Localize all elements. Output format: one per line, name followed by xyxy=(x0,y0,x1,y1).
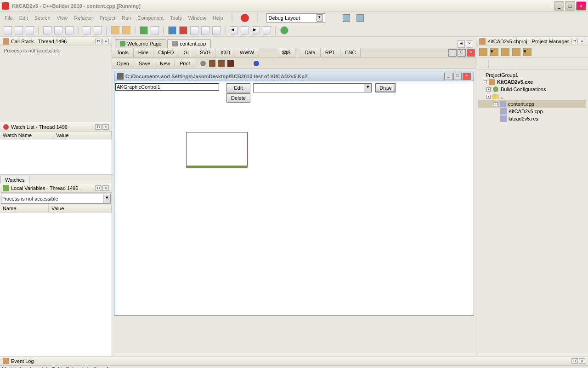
tt-tools[interactable]: Tools xyxy=(112,48,134,58)
run-button[interactable] xyxy=(140,26,148,34)
fb-print[interactable]: Print xyxy=(175,59,195,68)
box-icon[interactable] xyxy=(218,60,225,67)
menu-tools[interactable]: Tools xyxy=(170,15,182,21)
edit-button[interactable]: Edit xyxy=(226,83,250,92)
gear-icon[interactable] xyxy=(200,60,206,67)
tree-item[interactable]: KitCAD2v5.cpp xyxy=(478,108,586,115)
tt-gl[interactable]: GL xyxy=(179,48,196,58)
draw-button[interactable]: Draw xyxy=(375,83,396,92)
tree-item[interactable]: + .. xyxy=(478,93,586,100)
fb-save[interactable]: Save xyxy=(134,59,155,68)
layout-combo[interactable]: Debug Layout ▾ xyxy=(266,13,325,23)
object-input[interactable] xyxy=(115,83,219,91)
pin-button[interactable]: ⊓ xyxy=(95,124,102,130)
tab-welcome[interactable]: Welcome Page xyxy=(115,39,166,48)
expand-icon[interactable]: + xyxy=(486,95,491,99)
tt-hide[interactable]: Hide xyxy=(134,48,154,58)
tb-btn[interactable] xyxy=(241,26,249,34)
child-max-button[interactable]: □ xyxy=(453,73,462,80)
col-name[interactable]: Name xyxy=(0,205,49,212)
save-button[interactable] xyxy=(26,26,34,34)
tt-data[interactable]: Data xyxy=(300,48,320,58)
tt-cliped[interactable]: ClipED xyxy=(153,48,179,58)
stop-icon[interactable] xyxy=(241,14,249,22)
menu-edit[interactable]: Edit xyxy=(19,15,28,21)
fb-open[interactable]: Open xyxy=(112,59,134,68)
tb-btn[interactable] xyxy=(83,26,91,34)
tree-item[interactable]: kitcad2v5.res xyxy=(478,115,586,122)
eventlog-body[interactable]: Module Load: snxhdr.dll. No Debug Info. … xyxy=(0,366,588,368)
stop-button[interactable] xyxy=(179,26,187,34)
tt-cnc[interactable]: CNC xyxy=(340,48,361,58)
maximize-button[interactable]: □ xyxy=(565,1,575,11)
pin-button[interactable]: ⊓ xyxy=(571,358,578,364)
tb-btn[interactable]: ▾ xyxy=(490,48,498,56)
child-close-button[interactable]: × xyxy=(463,73,471,80)
close-panel-button[interactable]: × xyxy=(102,39,109,44)
draw-combo[interactable]: ▾ xyxy=(253,83,372,92)
tab-close-button[interactable]: × xyxy=(466,40,473,48)
folder-button[interactable] xyxy=(111,26,119,34)
fb-new[interactable]: New xyxy=(155,59,175,68)
menu-file[interactable]: File xyxy=(5,15,13,21)
expand-icon[interactable]: + xyxy=(494,102,498,106)
open-button[interactable] xyxy=(15,26,23,34)
graphic-rect[interactable] xyxy=(186,132,248,166)
menu-view[interactable]: View xyxy=(57,15,68,21)
tb-btn[interactable] xyxy=(512,48,520,56)
chevron-down-icon[interactable]: ▾ xyxy=(317,14,323,22)
close-panel-button[interactable]: × xyxy=(579,358,585,364)
child-min-button[interactable]: _ xyxy=(444,73,452,80)
tb-btn[interactable] xyxy=(190,26,198,34)
menu-window[interactable]: Window xyxy=(188,15,206,21)
tree-item[interactable]: + Build Configurations xyxy=(478,86,586,93)
close-button[interactable]: × xyxy=(576,1,586,11)
inner-max-button[interactable]: □ xyxy=(458,49,466,57)
toolbar-icon[interactable] xyxy=(343,14,350,22)
tb-btn[interactable] xyxy=(43,26,51,34)
tb-btn[interactable] xyxy=(501,48,509,56)
tb-btn[interactable]: ▾ xyxy=(523,48,531,56)
new-button[interactable] xyxy=(4,26,12,34)
pin-button[interactable]: ⊓ xyxy=(95,39,102,44)
inner-close-button[interactable]: × xyxy=(467,49,475,57)
back-button[interactable]: ◄ xyxy=(230,26,238,34)
tab-content-cpp[interactable]: content.cpp xyxy=(167,39,211,48)
tt-rpt[interactable]: RPT xyxy=(321,48,340,58)
help-button[interactable] xyxy=(280,26,288,34)
forward-button[interactable]: ► xyxy=(252,26,260,34)
tb-btn[interactable] xyxy=(54,26,62,34)
close-panel-button[interactable]: × xyxy=(102,185,109,191)
expand-icon[interactable]: + xyxy=(486,87,491,92)
collapse-icon[interactable]: - xyxy=(483,80,487,84)
tb-btn[interactable] xyxy=(65,26,74,34)
tree-root[interactable]: ProjectGroup1 xyxy=(478,72,586,78)
tree-item[interactable]: + content.cpp xyxy=(478,100,586,108)
minimize-button[interactable]: _ xyxy=(554,1,564,11)
help-icon[interactable] xyxy=(253,60,260,67)
pause-button[interactable] xyxy=(168,26,176,34)
menu-component[interactable]: Component xyxy=(137,15,164,21)
menu-help[interactable]: Help xyxy=(213,15,223,21)
tt-money[interactable]: $$$ xyxy=(277,48,295,58)
chevron-down-icon[interactable]: ▾ xyxy=(364,84,371,92)
tb-btn[interactable] xyxy=(479,48,487,56)
inner-min-button[interactable]: _ xyxy=(448,49,457,57)
menu-search[interactable]: Search xyxy=(34,15,51,21)
col-value[interactable]: Value xyxy=(49,205,112,212)
pin-button[interactable]: ⊓ xyxy=(95,185,102,191)
tab-watches[interactable]: Watches xyxy=(0,176,29,184)
tb-btn[interactable] xyxy=(212,26,220,34)
tt-svg[interactable]: SVG xyxy=(195,48,215,58)
close-panel-button[interactable]: × xyxy=(579,39,585,44)
pin-button[interactable]: ⊓ xyxy=(571,39,578,44)
locals-combo[interactable]: Process is not accessible ▾ xyxy=(1,194,111,204)
tb-btn[interactable] xyxy=(94,26,102,34)
tt-x3d[interactable]: X3D xyxy=(215,48,235,58)
box-icon[interactable] xyxy=(209,60,215,67)
toolbar-icon[interactable] xyxy=(356,14,364,22)
col-watch-name[interactable]: Watch Name xyxy=(0,132,53,139)
tt-www[interactable]: WWW xyxy=(235,48,259,58)
tb-btn[interactable] xyxy=(263,26,271,34)
menu-run[interactable]: Run xyxy=(122,15,131,21)
